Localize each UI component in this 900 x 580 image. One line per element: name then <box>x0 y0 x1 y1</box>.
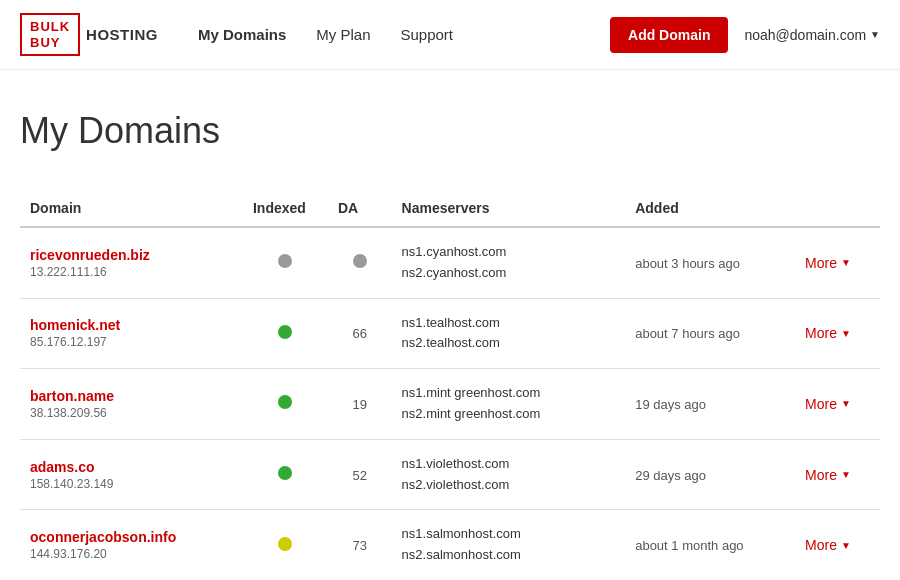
nav-my-domains[interactable]: My Domains <box>198 26 286 43</box>
ns1: ns1.cyanhost.com <box>402 244 507 259</box>
ns1: ns1.tealhost.com <box>402 315 500 330</box>
nav-my-plan[interactable]: My Plan <box>316 26 370 43</box>
logo: BULK BUY HOSTING <box>20 13 158 56</box>
action-cell: More ▼ <box>795 510 880 580</box>
col-header-nameservers: Nameservers <box>392 192 626 227</box>
logo-hosting: HOSTING <box>86 26 158 43</box>
ns2: ns2.tealhost.com <box>402 335 500 350</box>
added-time: 29 days ago <box>635 468 706 483</box>
domain-name[interactable]: homenick.net <box>30 317 233 333</box>
added-cell: about 7 hours ago <box>625 298 795 369</box>
chevron-down-icon: ▼ <box>841 257 851 268</box>
more-button[interactable]: More ▼ <box>805 537 851 553</box>
domain-cell: barton.name 38.138.209.56 <box>20 369 243 440</box>
chevron-down-icon: ▼ <box>841 469 851 480</box>
user-menu[interactable]: noah@domain.com ▼ <box>744 27 880 43</box>
table-row: homenick.net 85.176.12.197 66 ns1.tealho… <box>20 298 880 369</box>
col-header-da: DA <box>328 192 392 227</box>
ns2: ns2.mint greenhost.com <box>402 406 541 421</box>
added-time: about 1 month ago <box>635 538 743 553</box>
more-button[interactable]: More ▼ <box>805 255 851 271</box>
col-header-added: Added <box>625 192 795 227</box>
ns2: ns2.cyanhost.com <box>402 265 507 280</box>
main-nav: My Domains My Plan Support <box>198 26 610 43</box>
ns1: ns1.mint greenhost.com <box>402 385 541 400</box>
logo-buy: BUY <box>30 35 70 51</box>
added-cell: 29 days ago <box>625 439 795 510</box>
ns2: ns2.violethost.com <box>402 477 510 492</box>
indexed-cell <box>243 510 328 580</box>
indexed-cell <box>243 369 328 440</box>
nameservers-cell: ns1.tealhost.com ns2.tealhost.com <box>392 298 626 369</box>
domain-ip: 13.222.111.16 <box>30 265 233 279</box>
action-cell: More ▼ <box>795 298 880 369</box>
more-label: More <box>805 537 837 553</box>
nav-support[interactable]: Support <box>401 26 454 43</box>
da-value: 73 <box>353 538 367 553</box>
indexed-dot <box>278 466 292 480</box>
table-row: oconnerjacobson.info 144.93.176.20 73 ns… <box>20 510 880 580</box>
domain-name[interactable]: barton.name <box>30 388 233 404</box>
add-domain-button[interactable]: Add Domain <box>610 17 728 53</box>
chevron-down-icon: ▼ <box>841 398 851 409</box>
domain-cell: ricevonrueden.biz 13.222.111.16 <box>20 227 243 298</box>
da-cell <box>328 227 392 298</box>
domain-cell: oconnerjacobson.info 144.93.176.20 <box>20 510 243 580</box>
indexed-cell <box>243 227 328 298</box>
page-title: My Domains <box>20 110 880 152</box>
ns1: ns1.salmonhost.com <box>402 526 521 541</box>
indexed-dot <box>278 325 292 339</box>
nameservers: ns1.tealhost.com ns2.tealhost.com <box>402 313 616 355</box>
added-cell: 19 days ago <box>625 369 795 440</box>
table-header: Domain Indexed DA Nameservers Added <box>20 192 880 227</box>
header-right: Add Domain noah@domain.com ▼ <box>610 17 880 53</box>
nameservers: ns1.salmonhost.com ns2.salmonhost.com <box>402 524 616 566</box>
more-button[interactable]: More ▼ <box>805 325 851 341</box>
action-cell: More ▼ <box>795 369 880 440</box>
domains-table: Domain Indexed DA Nameservers Added rice… <box>20 192 880 580</box>
indexed-dot <box>278 537 292 551</box>
user-email: noah@domain.com <box>744 27 866 43</box>
domain-cell: homenick.net 85.176.12.197 <box>20 298 243 369</box>
table-row: adams.co 158.140.23.149 52 ns1.violethos… <box>20 439 880 510</box>
nameservers-cell: ns1.mint greenhost.com ns2.mint greenhos… <box>392 369 626 440</box>
more-button[interactable]: More ▼ <box>805 467 851 483</box>
domain-name[interactable]: ricevonrueden.biz <box>30 247 233 263</box>
table-row: barton.name 38.138.209.56 19 ns1.mint gr… <box>20 369 880 440</box>
nameservers: ns1.violethost.com ns2.violethost.com <box>402 454 616 496</box>
indexed-dot <box>278 254 292 268</box>
domain-name[interactable]: oconnerjacobson.info <box>30 529 233 545</box>
domain-name[interactable]: adams.co <box>30 459 233 475</box>
more-label: More <box>805 396 837 412</box>
nameservers-cell: ns1.salmonhost.com ns2.salmonhost.com <box>392 510 626 580</box>
table-body: ricevonrueden.biz 13.222.111.16 ns1.cyan… <box>20 227 880 580</box>
da-value: 66 <box>353 326 367 341</box>
logo-box: BULK BUY <box>20 13 80 56</box>
chevron-down-icon: ▼ <box>841 540 851 551</box>
chevron-down-icon: ▼ <box>870 29 880 40</box>
action-cell: More ▼ <box>795 439 880 510</box>
table-row: ricevonrueden.biz 13.222.111.16 ns1.cyan… <box>20 227 880 298</box>
added-cell: about 3 hours ago <box>625 227 795 298</box>
da-value: 52 <box>353 468 367 483</box>
domain-ip: 38.138.209.56 <box>30 406 233 420</box>
nameservers: ns1.cyanhost.com ns2.cyanhost.com <box>402 242 616 284</box>
more-label: More <box>805 255 837 271</box>
added-time: 19 days ago <box>635 397 706 412</box>
added-cell: about 1 month ago <box>625 510 795 580</box>
action-cell: More ▼ <box>795 227 880 298</box>
da-cell: 52 <box>328 439 392 510</box>
da-cell: 66 <box>328 298 392 369</box>
da-dot <box>353 254 367 268</box>
header: BULK BUY HOSTING My Domains My Plan Supp… <box>0 0 900 70</box>
indexed-cell <box>243 439 328 510</box>
da-cell: 73 <box>328 510 392 580</box>
ns1: ns1.violethost.com <box>402 456 510 471</box>
indexed-dot <box>278 395 292 409</box>
main-content: My Domains Domain Indexed DA Nameservers… <box>0 70 900 580</box>
da-value: 19 <box>353 397 367 412</box>
more-label: More <box>805 467 837 483</box>
col-header-domain: Domain <box>20 192 243 227</box>
domain-ip: 158.140.23.149 <box>30 477 233 491</box>
more-button[interactable]: More ▼ <box>805 396 851 412</box>
